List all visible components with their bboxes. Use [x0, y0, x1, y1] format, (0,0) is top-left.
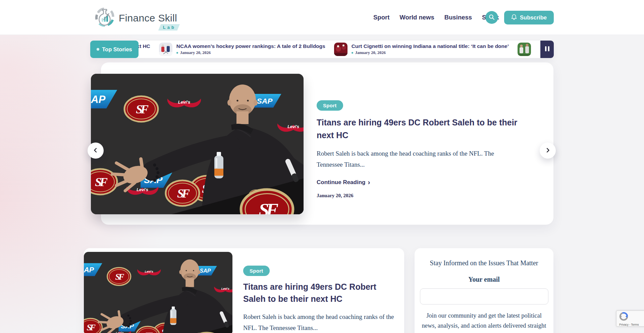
brand-logo[interactable]: Finance Skill Lab	[94, 6, 177, 29]
top-stories-badge: Top Stories	[90, 41, 139, 58]
ticker-item-date: January 20, 2026	[139, 50, 150, 55]
date-dot-icon	[352, 52, 353, 54]
ticker-item[interactable]: Titans are hiring 49ers DC Robert Saleh …	[139, 43, 150, 56]
ticker-track: Titans are hiring 49ers DC Robert Saleh …	[139, 43, 531, 56]
chevron-right-small-icon: ›	[368, 178, 370, 185]
subscribe-label: Subscribe	[520, 14, 547, 21]
ticker-item[interactable]: NCAA women’s hockey power rankings: A ta…	[159, 43, 325, 56]
continue-reading-link[interactable]: Continue Reading ›	[317, 179, 525, 186]
subscribe-button[interactable]: Subscribe	[504, 11, 554, 24]
article-content: Sport Titans are hiring 49ers DC Robert …	[243, 266, 398, 333]
football-green-thumb	[518, 43, 531, 56]
ticker-item[interactable]	[518, 43, 531, 56]
article-image[interactable]	[84, 252, 232, 333]
search-button[interactable]	[485, 11, 498, 24]
ticker-item-title: NCAA women’s hockey power rankings: A ta…	[176, 43, 325, 49]
date-dot-icon	[176, 52, 178, 54]
carousel-prev-button[interactable]	[88, 143, 104, 159]
top-stories-label: Top Stories	[102, 46, 132, 53]
badge-dot-icon	[97, 48, 99, 51]
chevron-right-icon	[545, 148, 550, 154]
newsletter-card: Stay Informed on the Issues That Matter …	[415, 248, 553, 333]
hero-article-image[interactable]	[91, 74, 304, 214]
football-crimson-thumb	[334, 43, 347, 56]
newsletter-title: Stay Informed on the Issues That Matter	[415, 259, 553, 267]
ticker-viewport: Titans are hiring 49ers DC Robert Saleh …	[139, 41, 540, 58]
carousel-next-button[interactable]	[540, 143, 556, 159]
ticker-pause-button[interactable]	[540, 41, 554, 58]
ticker-item-title: Titans are hiring 49ers DC Robert Saleh …	[139, 43, 150, 49]
hero-excerpt: Robert Saleh is back among the head coac…	[317, 148, 518, 170]
ticker-item-date: January 20, 2026	[176, 50, 325, 55]
top-stories-ticker: Top Stories Titans are hiring 49ers DC R…	[90, 41, 554, 58]
bell-icon	[511, 14, 517, 21]
ticker-item-title: Curt Cignetti on winning Indiana a natio…	[352, 43, 509, 49]
article-title[interactable]: Titans are hiring 49ers DC Robert Saleh …	[243, 281, 398, 305]
nav-item-sport[interactable]: Sport	[373, 14, 389, 21]
brand-name: Finance Skill Lab	[119, 11, 177, 23]
hero-content: Sport Titans are hiring 49ers DC Robert …	[317, 100, 525, 199]
hero-date: January 20, 2026	[317, 193, 525, 199]
ticker-item[interactable]: Curt Cignetti on winning Indiana a natio…	[334, 43, 509, 56]
hero-category-badge[interactable]: Sport	[317, 100, 343, 111]
nav-item-business[interactable]: Business	[444, 14, 472, 21]
article-excerpt: Robert Saleh is back among the head coac…	[243, 311, 400, 333]
hockey-thumb	[159, 43, 172, 56]
recaptcha-privacy-terms[interactable]: Privacy - Terms	[619, 323, 639, 326]
recaptcha-badge[interactable]: Privacy - Terms	[616, 311, 644, 327]
site-header: Finance Skill Lab Sport World news Busin…	[0, 0, 644, 35]
pause-icon	[545, 46, 549, 52]
ticker-item-date: January 20, 2026	[352, 50, 509, 55]
hero-title[interactable]: Titans are hiring 49ers DC Robert Saleh …	[317, 116, 525, 142]
article-category-badge[interactable]: Sport	[243, 266, 270, 276]
main-nav: Sport World news Business Stock	[373, 0, 499, 35]
newsletter-email-input[interactable]	[420, 288, 548, 304]
newsletter-description: Join our community and get the latest po…	[419, 311, 549, 333]
chevron-left-icon	[93, 148, 98, 154]
page: Finance Skill Lab Sport World news Busin…	[0, 0, 644, 333]
newsletter-email-label: Your email	[415, 276, 553, 283]
recaptcha-icon	[619, 312, 628, 322]
brand-lab-badge: Lab	[158, 24, 180, 31]
nav-item-world-news[interactable]: World news	[399, 14, 434, 21]
flask-chart-logo-icon	[94, 6, 115, 29]
search-icon	[489, 14, 495, 21]
